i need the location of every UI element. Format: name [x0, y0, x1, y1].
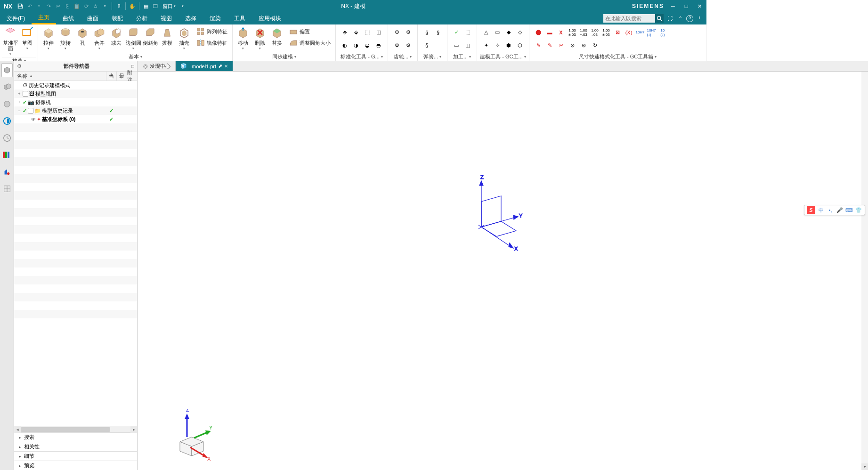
tree-row[interactable] — [14, 157, 137, 166]
delete-face-button[interactable]: 删除▾ — [251, 25, 268, 51]
tool-icon[interactable]: ⚙ — [403, 27, 414, 38]
paste-icon[interactable]: 📋 — [73, 2, 81, 10]
tree-row[interactable] — [14, 200, 137, 208]
viewport[interactable]: Z Y X — [138, 72, 706, 382]
offset-region-button[interactable]: 偏置 — [287, 26, 332, 37]
tool-icon[interactable]: ✎ — [533, 40, 544, 50]
tab-curve[interactable]: 曲线 — [56, 12, 81, 24]
system-tab-icon[interactable] — [1, 182, 13, 196]
tool-icon[interactable]: △ — [481, 27, 491, 38]
cut-icon[interactable]: ✂ — [54, 2, 62, 10]
fullscreen-icon[interactable]: ⛶ — [665, 14, 674, 23]
tree-row[interactable] — [14, 183, 137, 191]
tool-icon[interactable]: ⊘ — [567, 40, 577, 50]
help-icon[interactable]: ? — [686, 15, 693, 22]
tree-row[interactable]: −✓📁模型历史记录✓ — [14, 106, 137, 115]
tab-file[interactable]: 文件(F) — [0, 12, 32, 24]
revolve-button[interactable]: 旋转▾ — [57, 25, 74, 51]
tool-icon[interactable]: ⬘ — [340, 27, 350, 38]
tree-row[interactable] — [14, 310, 137, 318]
tab-view[interactable]: 视图 — [154, 12, 178, 24]
window-switch-icon[interactable]: ❐ — [151, 2, 160, 10]
tool-icon[interactable]: ✧ — [492, 40, 503, 50]
tool-icon[interactable]: ✎ — [544, 40, 555, 50]
window-menu[interactable]: 窗口▾ — [161, 2, 178, 10]
tab-select[interactable]: 选择 — [178, 12, 203, 24]
tree-row[interactable] — [14, 140, 137, 149]
tab-welcome[interactable]: ◎ 发现中心 — [138, 61, 176, 71]
undo-icon[interactable]: ↶ — [25, 2, 34, 10]
tool-icon[interactable]: ▭ — [451, 40, 462, 50]
tree-row[interactable] — [14, 225, 137, 234]
tool-icon[interactable]: (X) — [624, 27, 634, 38]
copy-icon[interactable]: ⎘ — [63, 2, 72, 10]
tab-surface[interactable]: 曲面 — [81, 12, 105, 24]
tool-icon[interactable]: ⚙ — [392, 40, 402, 50]
tool-icon[interactable]: ↻ — [590, 40, 600, 50]
favorite-icon[interactable]: ☆ — [91, 2, 100, 10]
tree-row[interactable] — [14, 191, 137, 200]
favorite-dropdown-icon[interactable]: ▾ — [101, 2, 109, 10]
tool-icon[interactable]: 1.00+.03 — [578, 27, 589, 38]
extrude-button[interactable]: 拉伸▾ — [40, 25, 57, 51]
tree-row[interactable] — [14, 123, 137, 132]
tool-icon[interactable]: ◑ — [351, 40, 361, 50]
group-dropdown-icon[interactable]: ▾ — [294, 55, 296, 59]
minimize-ribbon-icon[interactable]: ⌃ — [676, 14, 684, 23]
tree-row[interactable]: +🖼模型视图 — [14, 89, 137, 98]
tab-application[interactable]: 应用模块 — [252, 12, 288, 24]
tool-icon[interactable]: ⬢ — [503, 40, 514, 50]
group-dropdown-icon[interactable]: ▾ — [140, 55, 142, 59]
tool-icon[interactable]: ✓ — [451, 27, 462, 38]
tree-row[interactable]: +✓📷摄像机 — [14, 98, 137, 106]
tool-icon[interactable]: ◆ — [503, 27, 514, 38]
tree-row[interactable] — [14, 217, 137, 225]
search-icon[interactable] — [655, 14, 664, 23]
col-name[interactable]: 名称 — [17, 73, 27, 80]
tab-close-icon[interactable]: ✕ — [224, 64, 228, 69]
checkbox[interactable] — [28, 108, 33, 113]
tool-icon[interactable]: ◫ — [373, 27, 384, 38]
tab-assembly[interactable]: 装配 — [105, 12, 130, 24]
tool-icon[interactable]: ▭ — [492, 27, 503, 38]
tree-row[interactable] — [14, 276, 137, 284]
tree-row[interactable] — [14, 284, 137, 293]
tool-icon[interactable]: 1.00±.03 — [601, 27, 611, 38]
tool-icon[interactable]: 1.00-.03 — [590, 27, 600, 38]
tool-icon[interactable]: ✦ — [481, 40, 491, 50]
expand-icon[interactable]: − — [17, 108, 22, 113]
constraint-navigator-tab-icon[interactable] — [1, 97, 13, 111]
mic-icon[interactable]: 🎙 — [114, 2, 123, 10]
tool-icon[interactable]: ✂ — [556, 40, 566, 50]
tool-icon[interactable]: 10H7 — [635, 27, 645, 38]
save-icon[interactable] — [16, 2, 24, 10]
col-notes[interactable]: 附注 — [127, 72, 137, 81]
tree-row[interactable]: ⏱历史记录建模模式 — [14, 81, 137, 89]
layout-icon[interactable]: ▦ — [142, 2, 150, 10]
checkbox[interactable] — [23, 91, 28, 97]
tool-icon[interactable]: ⊗ — [578, 40, 589, 50]
chamfer-button[interactable]: 倒斜角 — [142, 25, 159, 47]
tab-analysis[interactable]: 分析 — [130, 12, 154, 24]
tool-icon[interactable]: ◒ — [362, 40, 373, 50]
tree-row[interactable] — [14, 234, 137, 242]
tree-row[interactable]: 👁✦基准坐标系 (0)✓ — [14, 115, 137, 123]
pattern-feature-button[interactable]: 阵列特征 — [195, 26, 228, 37]
palette-tab-icon[interactable] — [1, 148, 13, 162]
tool-icon[interactable]: ◓ — [373, 40, 384, 50]
alert-icon[interactable]: ! — [695, 14, 704, 23]
tool-icon[interactable]: ◫ — [462, 40, 473, 50]
tree-row[interactable] — [14, 293, 137, 301]
touch-icon[interactable]: ✋ — [128, 2, 137, 10]
qat-customize-icon[interactable]: ▾ — [178, 2, 187, 10]
col-current[interactable]: 当 — [106, 72, 116, 81]
tool-icon[interactable]: 1.00±.03 — [567, 27, 577, 38]
tab-home[interactable]: 主页 — [32, 12, 56, 24]
tree-row[interactable] — [14, 251, 137, 259]
tool-icon[interactable]: 10H7(↕) — [646, 27, 657, 38]
col-latest[interactable]: 最 — [116, 72, 127, 81]
sketch-button[interactable]: 草图▾ — [19, 25, 36, 51]
resize-blend-button[interactable]: 调整圆角大小 — [287, 37, 332, 49]
tool-icon[interactable]: § — [422, 40, 432, 50]
tree-row[interactable] — [14, 132, 137, 140]
